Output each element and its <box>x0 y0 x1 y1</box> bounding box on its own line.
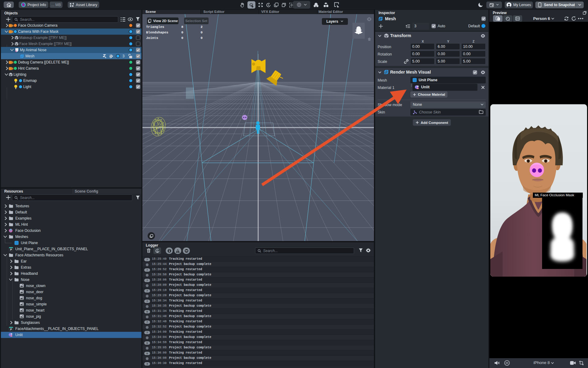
svg-text:P: P <box>10 328 12 331</box>
svg-text:P: P <box>10 248 12 251</box>
